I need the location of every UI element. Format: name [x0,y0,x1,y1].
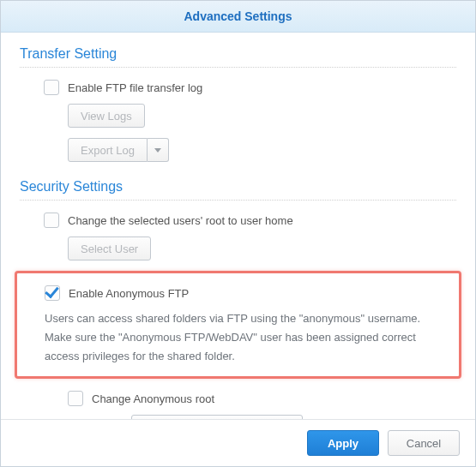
checkbox-enable-log[interactable] [44,80,59,95]
cancel-button[interactable]: Cancel [388,430,460,456]
advanced-settings-dialog: Advanced Settings Transfer Setting Enabl… [0,0,476,467]
checkbox-enable-anon[interactable] [45,285,60,301]
export-log-group: Export Log [68,133,169,167]
section-title-transfer: Transfer Setting [20,41,456,68]
export-log-button[interactable]: Export Log [68,138,148,162]
select-user-label: Select User [81,242,138,255]
row-change-anon-root[interactable]: Change Anonymous root [20,387,456,410]
apply-label: Apply [328,437,359,450]
checkbox-change-anon-root[interactable] [68,391,83,406]
row-change-root[interactable]: Change the selected users' root to user … [20,209,456,231]
highlight-anonymous-ftp: Enable Anonymous FTP Users can access sh… [15,271,461,379]
export-log-dropdown[interactable] [148,138,169,162]
cancel-label: Cancel [407,437,441,450]
apply-button[interactable]: Apply [307,430,379,456]
section-title-security: Security Settings [20,174,456,201]
view-logs-button[interactable]: View Logs [68,104,145,128]
label-enable-log: Enable FTP file transfer log [68,81,202,94]
view-logs-label: View Logs [81,110,132,123]
label-enable-anon: Enable Anonymous FTP [69,287,189,300]
row-enable-anon[interactable]: Enable Anonymous FTP [21,282,450,304]
desc-enable-anon: Users can access shared folders via FTP … [21,304,450,366]
dialog-footer: Apply Cancel [1,419,475,466]
row-enable-log[interactable]: Enable FTP file transfer log [20,76,456,99]
dialog-content: Transfer Setting Enable FTP file transfe… [1,33,475,419]
row-shared-folder: Shared folder: music [20,410,456,419]
chevron-down-icon [154,148,161,153]
label-change-root: Change the selected users' root to user … [68,214,293,227]
export-log-label: Export Log [81,144,135,157]
checkbox-change-root[interactable] [44,213,59,228]
label-change-anon-root: Change Anonymous root [92,392,214,405]
select-user-button[interactable]: Select User [68,236,151,260]
dialog-title: Advanced Settings [1,1,475,33]
